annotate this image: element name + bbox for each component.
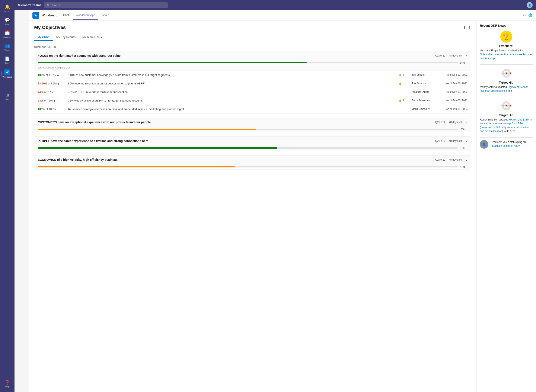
activity-icon: 🔔 [5, 4, 10, 9]
teams-icon: 👥 [5, 43, 10, 48]
news-link-1[interactable]: Onboarding is easier than associates' fa… [480, 53, 531, 60]
kr-description-1: 110% of new customer bookings (ARR) are … [68, 73, 396, 77]
objective-title-3: PEOPLE have the career experience of a l… [38, 139, 435, 143]
sub-tab-my-okrs[interactable]: My OKRs [34, 34, 53, 41]
news-link-3[interactable]: HR realizes $33M in annualized run rate … [480, 118, 532, 133]
teams-label: Teams [5, 49, 10, 51]
tab-right-actions: ↻ 🌐 [523, 13, 533, 17]
sub-tab-my-key-results[interactable]: My Key Results [53, 34, 79, 41]
chevron-down-icon-2[interactable]: ∨ [465, 121, 467, 124]
progress-fill-1 [38, 62, 307, 63]
refresh-icon[interactable]: ↻ [523, 13, 526, 17]
more-options-icon[interactable]: ··· [521, 3, 524, 7]
avatar[interactable]: 👤 [527, 2, 533, 8]
search-bar[interactable]: 🔍 [44, 2, 168, 8]
kr-indicator-2: ▶ [58, 83, 60, 85]
progress-bar-bg-2 [38, 129, 458, 130]
section-header: COMPANY ELT ⇅ [34, 45, 471, 49]
sidebar-item-more[interactable]: ··· [1, 81, 14, 89]
progress-bar-bg-1 [38, 62, 458, 63]
objective-title-1: FOCUS on the right market segments with … [38, 54, 435, 57]
period-2: Q2 FY22 [435, 121, 446, 124]
progress-pct-1: 64% [460, 61, 467, 64]
tab-section: W Workboard Chat WorkBoard App About ↻ 🌐… [29, 10, 536, 392]
objective-header-1[interactable]: FOCUS on the right market segments with … [34, 51, 471, 60]
kr-likes-4[interactable]: 👍3 [398, 99, 409, 102]
objective-header-2[interactable]: CUSTOMERS have an exceptional experience… [34, 118, 471, 126]
kr-likes-1[interactable]: 👍4 [398, 73, 409, 76]
more-options-button[interactable]: ⋮ [468, 26, 471, 30]
sidebar-item-apps[interactable]: ⊞ Apps [1, 90, 14, 102]
chevron-up-icon-1[interactable]: ∧ [465, 54, 467, 57]
kr-pct-1: 106% [38, 73, 45, 77]
sidebar-item-teams[interactable]: 👥 Teams [1, 41, 14, 53]
svg-marker-5 [510, 72, 512, 74]
progress-bar-bg-3 [38, 147, 458, 149]
kr-pct-3: 74% [38, 90, 43, 94]
target-svg-2 [501, 68, 512, 78]
news-badge-title-3: Target Hit! [480, 113, 533, 117]
sidebar-item-activity[interactable]: 🔔 Activity [1, 2, 14, 14]
chevron-down-icon-4[interactable]: ∨ [465, 158, 467, 161]
kr-row-2: 83.59% of 85% ▶ 85% revenue retention in… [34, 79, 471, 88]
news-badge-title-2: Target Hit! [480, 81, 533, 84]
news-badge-3 [500, 100, 512, 112]
objective-header-4[interactable]: ECONOMICS of a high velocity, high effic… [34, 155, 471, 164]
news-link-2[interactable]: Digipay spike test less than 3ms respons… [480, 85, 527, 92]
news-item-4: 👤 You sent you a status ping on Maintain… [480, 140, 533, 149]
globe-icon[interactable]: 🌐 [528, 13, 533, 17]
kr-assignee-2: Joe Smarts 🗃 [412, 82, 437, 85]
sidebar-item-chat[interactable]: 💬 Chat [1, 15, 14, 27]
apps-label: Apps [5, 98, 9, 100]
tab-chat[interactable]: Chat [60, 11, 72, 20]
chevron-down-icon-3[interactable]: ∨ [465, 139, 467, 143]
kr-assignee-1: Joe Smarts [412, 73, 437, 76]
kr-description-4: 75% weekly active users (WAU) for target… [68, 99, 396, 102]
app-name: Workboard [42, 14, 58, 17]
news-item-1: 🏆 Excellent! You gave Roger Smithson a b… [480, 31, 533, 60]
chat-icon: 💬 [5, 17, 10, 22]
workboard-label: Workboard [3, 76, 12, 78]
kr-likes-2[interactable]: 👍1 [398, 82, 409, 85]
kr-description-3: 75% of CORE revenue is multi-year subscr… [68, 90, 396, 94]
ping-avatar: 👤 [480, 140, 489, 149]
search-input[interactable] [52, 4, 165, 7]
sidebar-item-help[interactable]: ❓ Help [1, 378, 14, 390]
left-navigation: 🔔 Activity 💬 Chat 📅 Calendar 👥 Teams 📄 F… [0, 0, 14, 392]
more-icon: ··· [6, 83, 9, 87]
sidebar-item-calendar[interactable]: 📅 Calendar [1, 28, 14, 40]
sidebar-item-workboard[interactable]: W Workboard [1, 67, 14, 80]
kr-row-5: 100% of 100% Re-vamped strategic use cas… [34, 105, 471, 113]
tab-about[interactable]: About [99, 11, 112, 20]
news-text-3: Roger Smithson updated HR realizes $33M … [480, 118, 533, 133]
help-label: Help [5, 386, 9, 388]
news-ping-row: 👤 You sent you a status ping on Maintain… [480, 140, 533, 149]
left-panel: My Objectives ⬆ ⋮ My OKRs My Key Results… [29, 20, 476, 392]
kr-pct-4: 63% [38, 99, 43, 102]
ping-text: You sent you a status ping on Maintain u… [492, 140, 533, 148]
news-badge-1: 🏆 [500, 31, 512, 43]
kr-date-5: As of Jan 05, 2023 [440, 107, 467, 111]
kr-metric-5: 100% of 100% [38, 107, 66, 111]
objective-header-3[interactable]: PEOPLE have the career experience of a l… [34, 137, 471, 145]
kr-row-3: 74% of 75% 75% of CORE revenue is multi-… [34, 88, 471, 96]
progress-row-3: 57% [34, 145, 471, 151]
right-panel: Recent OKR News 🏆 Excellent! You gave Ro… [476, 20, 536, 392]
objective-card-1: FOCUS on the right market segments with … [34, 51, 471, 113]
kr-row-1: 106% of 110% ▶ 110% of new customer book… [34, 71, 471, 79]
sub-tab-my-team-okrs[interactable]: My Team OKRs [79, 34, 105, 41]
pin-icon[interactable]: ⬆ [463, 26, 466, 30]
svg-marker-11 [510, 105, 512, 107]
progress-fill-2 [38, 129, 256, 130]
kr-row-4: 63% of 75% ▶ 75% weekly active users (WA… [34, 96, 471, 105]
tab-workboard-app[interactable]: WorkBoard App [73, 11, 98, 20]
app-title: Microsoft Teams [18, 3, 41, 7]
ping-link[interactable]: Maintain uptime of >90% [492, 144, 520, 147]
objective-owner-1: Jack CEOMack: Company ELT [34, 65, 471, 71]
search-icon: 🔍 [47, 4, 50, 7]
progress-bar-bg-4 [38, 166, 458, 168]
page-title-actions: ⬆ ⋮ [463, 26, 471, 30]
sidebar-item-files[interactable]: 📄 Files [1, 54, 14, 66]
files-label: Files [5, 62, 9, 64]
sort-icon[interactable]: ⇅ [54, 45, 56, 49]
